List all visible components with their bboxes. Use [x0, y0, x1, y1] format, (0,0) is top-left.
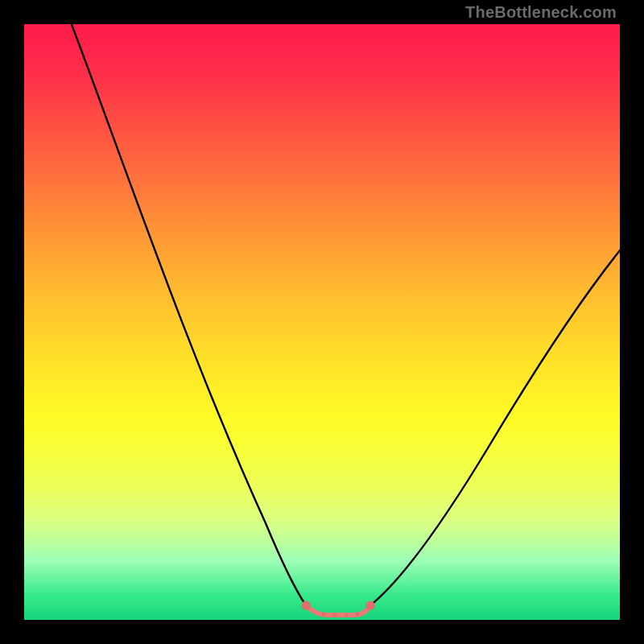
highlight-segment [306, 605, 370, 615]
curve-right-branch [370, 246, 620, 605]
plot-area [24, 24, 620, 620]
curve-layer [24, 24, 620, 620]
highlight-tick [322, 613, 326, 617]
highlight-tick [345, 613, 349, 617]
highlight-dot-right [366, 601, 375, 610]
highlight-tick [333, 613, 337, 617]
watermark-text: TheBottleneck.com [465, 3, 617, 22]
highlight-tick [356, 613, 360, 617]
curve-left-branch [68, 24, 306, 605]
chart-frame: TheBottleneck.com [0, 0, 644, 644]
highlight-dot-left [302, 601, 311, 610]
